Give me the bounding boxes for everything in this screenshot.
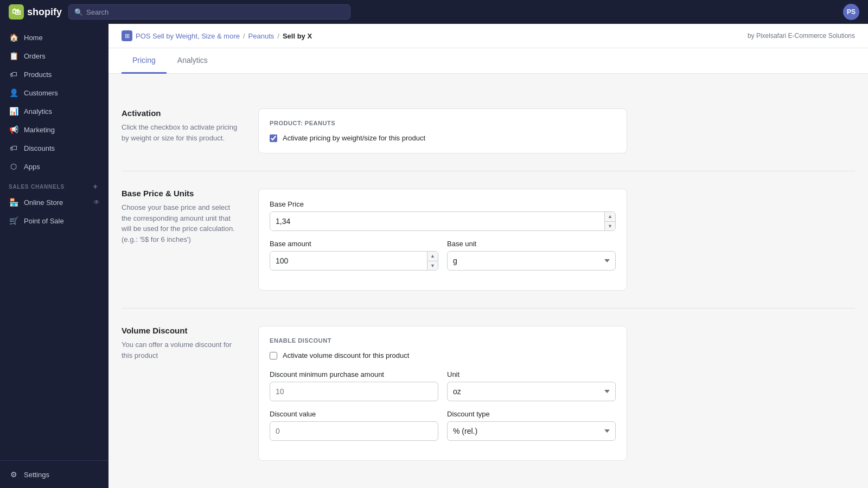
- discount-min-purchase-label: Discount minimum purchase amount: [270, 370, 438, 378]
- discount-type-select[interactable]: % (rel.) $ (abs.): [447, 421, 616, 441]
- sidebar-item-marketing[interactable]: 📢 Marketing: [0, 120, 108, 139]
- orders-icon: 📋: [9, 51, 18, 61]
- breadcrumb-current: Sell by X: [283, 32, 312, 40]
- volume-discount-title: Volume Discount: [122, 326, 241, 335]
- activation-section-left: Activation Click the checkbox to activat…: [122, 108, 241, 143]
- activate-pricing-checkbox[interactable]: [270, 134, 277, 142]
- sidebar-item-discounts[interactable]: 🏷 Discounts: [0, 139, 108, 157]
- activation-section-right: PRODUCT: PEANUTS Activate pricing by wei…: [258, 108, 627, 153]
- base-unit-group: Base unit g kg oz lb ml l: [447, 240, 616, 279]
- base-amount-label: Base amount: [270, 240, 438, 248]
- discount-min-unit-row: Discount minimum purchase amount Unit oz…: [270, 370, 616, 410]
- products-icon: 🏷: [9, 69, 18, 79]
- save-area: Save: [122, 478, 855, 488]
- discount-unit-label: Unit: [447, 370, 616, 378]
- sidebar-bottom: ⚙ Settings: [0, 460, 108, 484]
- activation-card-title: PRODUCT: PEANUTS: [270, 120, 616, 126]
- sidebar-item-label: Products: [24, 70, 52, 79]
- sidebar-item-customers[interactable]: 👤 Customers: [0, 84, 108, 102]
- avatar[interactable]: PS: [843, 4, 859, 20]
- sidebar-item-analytics[interactable]: 📊 Analytics: [0, 102, 108, 120]
- discount-min-purchase-input[interactable]: [270, 382, 438, 401]
- sales-channels-label: SALES CHANNELS +: [0, 176, 108, 193]
- add-sales-channel-button[interactable]: +: [91, 182, 100, 191]
- home-icon: 🏠: [9, 33, 18, 42]
- discount-value-type-row: Discount value Discount type % (rel.) $ …: [270, 410, 616, 450]
- base-price-increment[interactable]: ▲: [605, 212, 615, 222]
- breadcrumb-app-name[interactable]: POS Sell by Weight, Size & more: [136, 32, 240, 40]
- sidebar-item-label: Apps: [24, 163, 40, 171]
- sidebar-item-label: Discounts: [24, 144, 55, 152]
- sidebar-item-label: Online Store: [24, 198, 63, 207]
- activation-title: Activation: [122, 108, 241, 118]
- page-content: Activation Click the checkbox to activat…: [108, 74, 868, 488]
- search-placeholder: Search: [86, 8, 108, 16]
- activation-desc: Click the checkbox to activate pricing b…: [122, 122, 241, 143]
- base-price-card: Base Price ▲ ▼ Base amount: [258, 189, 627, 291]
- discount-value-input[interactable]: [270, 421, 438, 441]
- apps-icon: ⬡: [9, 162, 18, 171]
- tab-pricing[interactable]: Pricing: [122, 48, 167, 74]
- sidebar-item-label: Point of Sale: [24, 217, 64, 225]
- sidebar-item-point-of-sale[interactable]: 🛒 Point of Sale: [0, 211, 108, 230]
- shopify-logo-text: shopify: [27, 7, 62, 18]
- base-price-section-right: Base Price ▲ ▼ Base amount: [258, 189, 627, 291]
- volume-discount-section: Volume Discount You can offer a volume d…: [122, 309, 855, 478]
- sidebar-item-label: Settings: [24, 471, 49, 479]
- discount-unit-select[interactable]: oz g kg lb ml l: [447, 382, 616, 401]
- sidebar-item-settings[interactable]: ⚙ Settings: [0, 465, 108, 484]
- analytics-icon: 📊: [9, 106, 18, 116]
- base-unit-label: Base unit: [447, 240, 616, 248]
- volume-discount-checkbox-row[interactable]: Activate volume discount for this produc…: [270, 351, 616, 359]
- base-amount-spinner: ▲ ▼: [270, 251, 438, 271]
- search-bar[interactable]: 🔍 Search: [68, 4, 350, 20]
- base-price-group: Base Price ▲ ▼: [270, 200, 616, 231]
- base-amount-decrement[interactable]: ▼: [427, 261, 438, 271]
- base-price-label: Base Price: [270, 200, 616, 208]
- enable-discount-title: ENABLE DISCOUNT: [270, 337, 616, 344]
- activate-volume-discount-checkbox[interactable]: [270, 352, 277, 359]
- discount-type-label: Discount type: [447, 410, 616, 418]
- activation-checkbox-row[interactable]: Activate pricing by weight/size for this…: [270, 134, 616, 142]
- sidebar: 🏠 Home 📋 Orders 🏷 Products 👤 Customers 📊…: [0, 24, 108, 488]
- sidebar-item-label: Customers: [24, 89, 58, 97]
- sidebar-item-label: Marketing: [24, 126, 55, 134]
- base-price-section-left: Base Price & Units Choose your base pric…: [122, 189, 241, 245]
- tabs-bar: Pricing Analytics: [108, 48, 868, 74]
- shopify-logo-icon: 🛍: [9, 4, 24, 20]
- eye-icon[interactable]: 👁: [93, 198, 100, 206]
- discount-unit-group: Unit oz g kg lb ml l: [447, 370, 616, 410]
- base-price-spinner: ▲ ▼: [270, 211, 616, 231]
- volume-discount-card: ENABLE DISCOUNT Activate volume discount…: [258, 326, 627, 461]
- discount-min-purchase-group: Discount minimum purchase amount: [270, 370, 438, 401]
- base-price-decrement[interactable]: ▼: [605, 222, 615, 231]
- activation-section: Activation Click the checkbox to activat…: [122, 91, 855, 171]
- base-price-desc: Choose your base price and select the co…: [122, 202, 241, 245]
- sidebar-item-home[interactable]: 🏠 Home: [0, 28, 108, 47]
- settings-icon: ⚙: [9, 470, 18, 479]
- discounts-icon: 🏷: [9, 143, 18, 153]
- base-price-input[interactable]: [270, 212, 604, 230]
- base-amount-group: Base amount ▲ ▼: [270, 240, 438, 271]
- base-amount-unit-row: Base amount ▲ ▼ Base un: [270, 240, 616, 279]
- marketing-icon: 📢: [9, 125, 18, 134]
- base-amount-input[interactable]: [270, 252, 427, 270]
- pos-icon: 🛒: [9, 216, 18, 226]
- top-nav: 🛍 shopify 🔍 Search PS: [0, 0, 868, 24]
- base-price-section: Base Price & Units Choose your base pric…: [122, 171, 855, 309]
- sidebar-item-products[interactable]: 🏷 Products: [0, 65, 108, 84]
- sidebar-item-apps[interactable]: ⬡ Apps: [0, 157, 108, 176]
- discount-value-group: Discount value: [270, 410, 438, 441]
- volume-discount-section-left: Volume Discount You can offer a volume d…: [122, 326, 241, 361]
- main-layout: 🏠 Home 📋 Orders 🏷 Products 👤 Customers 📊…: [0, 24, 868, 488]
- sidebar-item-orders[interactable]: 📋 Orders: [0, 47, 108, 65]
- sidebar-item-online-store[interactable]: 🏪 Online Store 👁: [0, 193, 108, 211]
- base-amount-increment[interactable]: ▲: [427, 252, 438, 261]
- base-unit-select[interactable]: g kg oz lb ml l: [447, 251, 616, 271]
- breadcrumb-parent[interactable]: Peanuts: [248, 32, 275, 40]
- tab-analytics[interactable]: Analytics: [167, 48, 219, 74]
- sidebar-item-label: Home: [24, 34, 43, 42]
- volume-discount-section-right: ENABLE DISCOUNT Activate volume discount…: [258, 326, 627, 461]
- breadcrumb-attribution: by Pixelsafari E-Commerce Solutions: [748, 32, 855, 40]
- customers-icon: 👤: [9, 88, 18, 98]
